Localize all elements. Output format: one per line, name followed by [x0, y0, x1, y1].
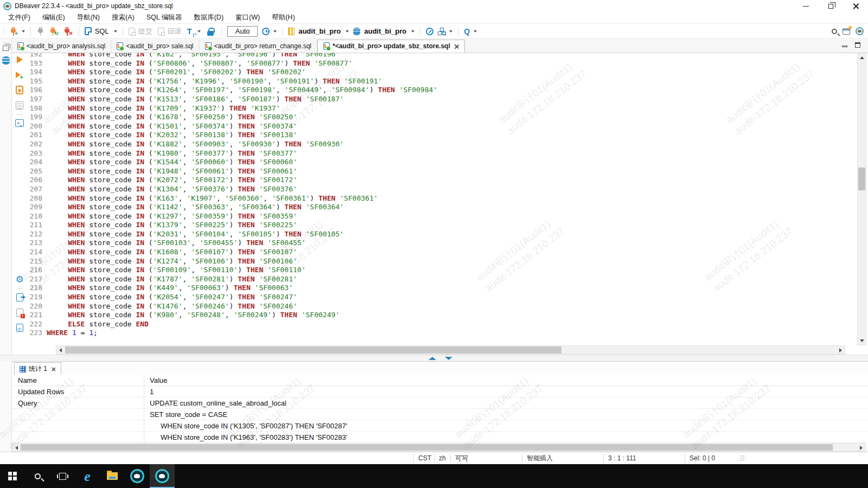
commit-mode-select[interactable]: Auto: [227, 26, 258, 37]
database-navigator-icon[interactable]: [2, 56, 10, 65]
horizontal-scroll-thumb[interactable]: [65, 346, 561, 354]
menu-item-edit[interactable]: 编辑(E): [36, 12, 71, 23]
menu-item-navigate[interactable]: 导航(N): [71, 12, 106, 23]
transaction-monitor-button[interactable]: [260, 27, 271, 36]
editor-settings-button[interactable]: ⚙: [12, 273, 27, 286]
scroll-up-icon[interactable]: [860, 56, 864, 59]
open-perspective-icon[interactable]: [843, 28, 850, 35]
sql-search-dropdown-icon[interactable]: [474, 30, 477, 33]
code-line-205[interactable]: 205 WHEN store_code IN ('K1948', 'SF0006…: [27, 167, 857, 176]
dashboard-button[interactable]: [424, 27, 435, 36]
minimize-editor-icon[interactable]: [842, 46, 847, 47]
code-line-193[interactable]: 193 WHEN store_code IN ('SF00806', 'SF00…: [27, 59, 857, 68]
sql-code-editor[interactable]: 192 WHEN store_code IN ('K162', 'SF00195…: [27, 53, 857, 345]
execute-script-button[interactable]: [12, 84, 27, 97]
editor-vertical-scrollbar[interactable]: [857, 53, 866, 345]
table-row-2[interactable]: SET store_code = CASE: [12, 409, 868, 420]
menu-item-file[interactable]: 文件(F): [2, 12, 36, 23]
active-database-dropdown-icon[interactable]: [411, 30, 414, 33]
restore-view-icon[interactable]: [3, 46, 9, 51]
dbeaver-perspective-icon[interactable]: [856, 27, 864, 35]
code-line-222[interactable]: 222 ELSE store_code END: [27, 320, 857, 329]
code-line-201[interactable]: 201 WHEN store_code IN ('K2032', 'SF0013…: [27, 131, 857, 140]
disconnect-button[interactable]: ✕: [61, 25, 74, 37]
code-line-196[interactable]: 196 WHEN store_code IN ('K1264', 'SF0019…: [27, 86, 857, 95]
execution-plan-button[interactable]: [436, 27, 447, 36]
table-row-1[interactable]: QueryUPDATE custom_online_sale_abroad_lo…: [12, 397, 868, 409]
code-line-207[interactable]: 207 WHEN store_code IN ('K1304', 'SF0037…: [27, 185, 857, 194]
code-line-211[interactable]: 211 WHEN store_code IN ('K1379', 'SF0022…: [27, 221, 857, 230]
code-line-210[interactable]: 210 WHEN store_code IN ('K1297', 'SF0035…: [27, 212, 857, 221]
statistics-tab-close-icon[interactable]: [52, 367, 56, 371]
maximize-editor-icon[interactable]: [855, 42, 860, 48]
close-button[interactable]: [843, 0, 868, 12]
script-statistics-button[interactable]: [12, 321, 27, 334]
code-line-221[interactable]: 221 WHEN store_code IN ('K980', 'SF00248…: [27, 311, 857, 320]
statistics-tab[interactable]: 统计 1: [14, 362, 61, 375]
editor-tab-sale[interactable]: <audit_bi_pro> sale.sql: [111, 40, 199, 53]
code-line-197[interactable]: 197 WHEN store_code IN ('K1513', 'SF0018…: [27, 95, 857, 104]
splitter-down-icon[interactable]: [445, 357, 452, 360]
menu-item-help[interactable]: 帮助(H): [266, 12, 301, 23]
transaction-log-dropdown-icon[interactable]: [197, 30, 201, 33]
scroll-left-icon[interactable]: [59, 348, 62, 352]
code-line-216[interactable]: 216 WHEN store_code IN ('SF00109', 'SF00…: [27, 266, 857, 275]
transaction-monitor-dropdown-icon[interactable]: [273, 30, 277, 33]
code-line-199[interactable]: 199 WHEN store_code IN ('K1678', 'SF0025…: [27, 113, 857, 122]
table-row-4[interactable]: WHEN store_code IN ('K1963', 'SF00283') …: [12, 432, 868, 443]
panel-scroll-right-icon[interactable]: [860, 446, 863, 450]
dbeaver-taskbar-button-active[interactable]: [150, 464, 175, 488]
panel-scroll-thumb[interactable]: [21, 444, 833, 451]
sql-search-button[interactable]: Q: [462, 26, 471, 37]
scroll-down-icon[interactable]: [860, 339, 864, 342]
name-column-header[interactable]: Name: [12, 376, 144, 384]
code-line-223[interactable]: 223WHERE 1 = 1;: [27, 329, 857, 338]
active-connection-select[interactable]: audit_bi_pro: [286, 26, 343, 36]
execute-new-tab-button[interactable]: +: [12, 68, 27, 81]
sql-editor-dropdown-icon[interactable]: [114, 30, 117, 33]
table-row-3[interactable]: WHEN store_code IN ('K1305', 'SF00287') …: [12, 420, 868, 432]
code-line-192[interactable]: 192 WHEN store_code IN ('K162', 'SF00195…: [27, 53, 857, 59]
code-line-212[interactable]: 212 WHEN store_code IN ('K2031', 'SF0010…: [27, 230, 857, 239]
code-line-208[interactable]: 208 WHEN store_code IN ('K163', 'K1907',…: [27, 194, 857, 203]
code-line-202[interactable]: 202 WHEN store_code IN ('K1882', 'SF0090…: [27, 140, 857, 149]
code-line-203[interactable]: 203 WHEN store_code IN ('K1980', 'SF0037…: [27, 149, 857, 158]
table-row-0[interactable]: Updated Rows1: [12, 386, 868, 397]
code-line-206[interactable]: 206 WHEN store_code IN ('K2072', 'SF0017…: [27, 176, 857, 185]
active-database-select[interactable]: audit_bi_pro: [352, 26, 409, 36]
taskbar-search-button[interactable]: [25, 464, 50, 488]
scroll-right-icon[interactable]: [839, 348, 842, 352]
code-line-214[interactable]: 214 WHEN store_code IN ('K1608', 'SF0010…: [27, 248, 857, 257]
tab-close-icon[interactable]: [454, 44, 459, 49]
new-connection-button[interactable]: +: [8, 25, 20, 37]
editor-panel-splitter[interactable]: [0, 355, 868, 361]
code-line-217[interactable]: 217 WHEN store_code IN ('K1787', 'SF0028…: [27, 275, 857, 284]
code-line-200[interactable]: 200 WHEN store_code IN ('K1501', 'SF0037…: [27, 122, 857, 131]
start-button[interactable]: [0, 464, 25, 488]
active-connection-dropdown-icon[interactable]: [346, 30, 349, 33]
code-line-198[interactable]: 198 WHEN store_code IN ('K1709', 'K1937'…: [27, 104, 857, 113]
code-line-194[interactable]: 194 WHEN store_code IN ('SF00201', 'SF00…: [27, 68, 857, 77]
ie-button[interactable]: e: [75, 464, 100, 488]
quick-search-icon[interactable]: [832, 29, 837, 34]
panel-scroll-left-icon[interactable]: [15, 446, 18, 450]
sql-editor-button[interactable]: SQL: [83, 26, 112, 36]
code-line-215[interactable]: 215 WHEN store_code IN ('K1274', 'SF0010…: [27, 257, 857, 266]
menu-item-window[interactable]: 窗口(W): [229, 12, 266, 23]
execute-statement-button[interactable]: [12, 53, 27, 66]
file-explorer-button[interactable]: [100, 464, 125, 488]
code-line-219[interactable]: 219 WHEN store_code IN ('K2054', 'SF0024…: [27, 293, 857, 302]
autocommit-lock-button[interactable]: [203, 26, 218, 37]
menu-item-sql-editor[interactable]: SQL 编辑器: [141, 12, 188, 23]
explain-plan-button[interactable]: [12, 99, 27, 112]
code-line-209[interactable]: 209 WHEN store_code IN ('K1142', 'SF0036…: [27, 203, 857, 212]
value-column-header[interactable]: Value: [144, 376, 167, 384]
code-line-218[interactable]: 218 WHEN store_code IN ('K449', 'SF00063…: [27, 284, 857, 293]
validate-script-button[interactable]: [12, 306, 27, 319]
panel-horizontal-scrollbar[interactable]: [12, 443, 866, 452]
editor-horizontal-scrollbar[interactable]: [56, 345, 845, 355]
export-from-query-button[interactable]: [12, 291, 27, 304]
menu-item-search[interactable]: 搜索(A): [106, 12, 141, 23]
minimize-button[interactable]: [793, 0, 818, 12]
editor-tab-analysis[interactable]: <audit_bi_pro> analysis.sql: [12, 40, 111, 53]
